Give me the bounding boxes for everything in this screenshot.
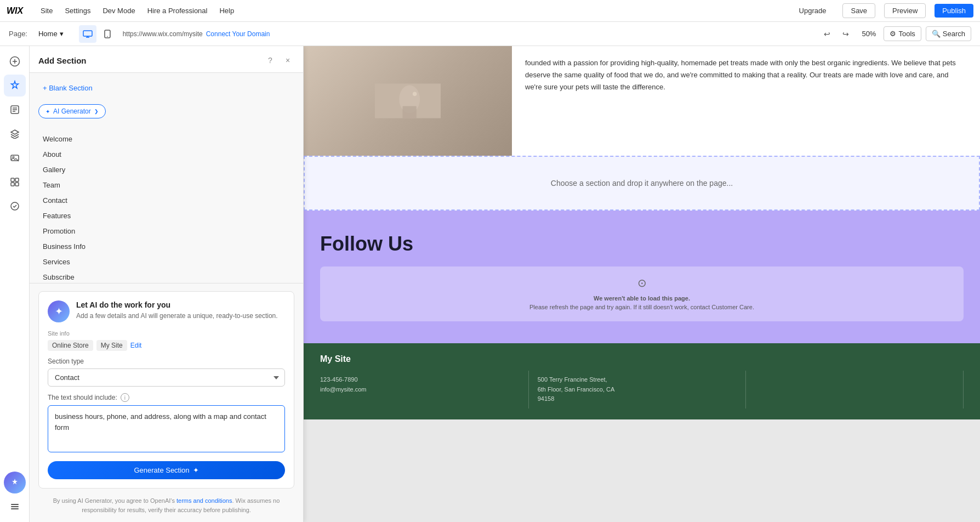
load-error-title: We weren't able to load this page.	[594, 295, 690, 302]
footer-address: 500 Terry Francine Street, 6th Floor, Sa…	[538, 375, 737, 404]
disclaimer-text: By using AI Generator, you agree to Open…	[38, 496, 294, 514]
upgrade-button[interactable]: Upgrade	[791, 4, 834, 18]
ai-chevron-icon: ❯	[94, 109, 99, 114]
ai-generator-label: AI Generator	[53, 107, 91, 115]
tools-button[interactable]: ⚙ Tools	[884, 26, 921, 41]
ai-panel-text: Let AI do the work for you Add a few det…	[76, 300, 278, 321]
zoom-level: 50%	[858, 30, 879, 38]
desktop-device-btn[interactable]	[79, 25, 96, 43]
mobile-device-btn[interactable]	[99, 25, 116, 43]
ai-generator-toggle[interactable]: ✦ AI Generator ❯	[38, 104, 106, 118]
footer-section: My Site 123-456-7890 info@mysite.com 500…	[304, 343, 980, 419]
help-button[interactable]: ?	[264, 54, 277, 67]
search-icon: 🔍	[932, 30, 941, 38]
section-item-services[interactable]: Services	[38, 254, 294, 269]
connect-domain-link[interactable]: Connect Your Domain	[206, 30, 270, 38]
site-info-tags: Online Store My Site Edit	[48, 340, 285, 351]
drop-zone[interactable]: Choose a section and drop it anywhere on…	[304, 156, 980, 211]
top-bar: WIX Site Settings Dev Mode Hire a Profes…	[0, 0, 980, 22]
pages-btn[interactable]	[4, 99, 26, 121]
search-label: Search	[943, 30, 965, 38]
nav-help[interactable]: Help	[214, 4, 240, 17]
section-item-subscribe[interactable]: Subscribe	[38, 270, 294, 283]
about-image	[304, 46, 512, 156]
ai-panel-title: Let AI do the work for you	[76, 300, 278, 309]
text-include-textarea[interactable]	[48, 405, 285, 452]
svg-rect-13	[11, 506, 19, 507]
section-item-contact[interactable]: Contact	[38, 193, 294, 208]
media-btn[interactable]	[4, 147, 26, 169]
section-item-about[interactable]: About	[38, 147, 294, 162]
tools-icon: ⚙	[890, 30, 896, 38]
nav-site[interactable]: Site	[35, 4, 58, 17]
nav-settings[interactable]: Settings	[59, 4, 96, 17]
panel-header: Add Section ? ×	[30, 46, 303, 73]
section-item-features[interactable]: Features	[38, 208, 294, 223]
site-tag-online-store: Online Store	[48, 340, 93, 351]
save-button[interactable]: Save	[842, 3, 875, 18]
follow-title: Follow Us	[320, 232, 964, 256]
svg-rect-14	[11, 508, 19, 509]
section-type-label: Section type	[48, 358, 285, 365]
url-text: https://www.wix.com/mysite	[123, 30, 203, 38]
site-info-label: Site info	[48, 330, 285, 337]
svg-point-18	[413, 92, 417, 97]
layers-btn[interactable]	[4, 123, 26, 145]
footer-col-phone: 123-456-7890 info@mysite.com	[320, 371, 529, 408]
close-button[interactable]: ×	[281, 54, 294, 67]
app-market-btn[interactable]	[4, 195, 26, 217]
nav-hire-professional[interactable]: Hire a Professional	[142, 4, 213, 17]
settings-panel-btn[interactable]	[4, 496, 26, 518]
undo-button[interactable]: ↩	[819, 26, 835, 42]
redo-button[interactable]: ↪	[837, 26, 854, 42]
info-icon[interactable]: i	[121, 393, 129, 402]
generate-section-button[interactable]: Generate Section ✦	[48, 461, 285, 479]
svg-point-6	[13, 156, 14, 158]
svg-rect-9	[11, 183, 14, 186]
canvas: founded with a passion for providing hig…	[304, 46, 980, 522]
search-button-secondbar[interactable]: 🔍 Search	[926, 26, 971, 41]
section-type-select[interactable]: Contact Welcome About Gallery Team Featu…	[48, 368, 285, 387]
section-item-business-info[interactable]: Business Info	[38, 239, 294, 254]
terms-link[interactable]: terms and conditions	[176, 497, 232, 504]
section-item-team[interactable]: Team	[38, 178, 294, 192]
page-selector[interactable]: Home ▾	[34, 27, 68, 40]
page-label: Page:	[9, 30, 27, 38]
nav-dev-mode[interactable]: Dev Mode	[97, 4, 140, 17]
generate-sparkle-icon: ✦	[193, 466, 199, 474]
ai-tools-btn[interactable]	[4, 75, 26, 97]
site-info-edit-link[interactable]: Edit	[130, 342, 142, 349]
about-paragraph: founded with a passion for providing hig…	[525, 57, 967, 93]
undo-redo-group: ↩ ↪	[819, 26, 854, 42]
follow-section: Follow Us ⊙ We weren't able to load this…	[304, 211, 980, 343]
site-info-row: Site info Online Store My Site Edit	[48, 330, 285, 351]
wix-logo-text: WIX	[7, 6, 23, 16]
text-include-group: The text should include: i	[48, 393, 285, 455]
load-error-icon: ⊙	[637, 276, 647, 290]
url-bar: https://www.wix.com/mysite Connect Your …	[123, 30, 813, 38]
ai-assistant-btn[interactable]	[4, 472, 26, 493]
components-btn[interactable]	[4, 171, 26, 193]
follow-content-placeholder: ⊙ We weren't able to load this page. Ple…	[320, 266, 964, 321]
preview-button[interactable]: Preview	[884, 3, 926, 18]
footer-phone: 123-456-7890	[320, 375, 520, 385]
footer-email: info@mysite.com	[320, 385, 520, 395]
section-item-gallery[interactable]: Gallery	[38, 162, 294, 177]
svg-rect-0	[83, 31, 92, 36]
tools-label: Tools	[898, 30, 915, 38]
svg-rect-17	[403, 106, 417, 118]
section-item-promotion[interactable]: Promotion	[38, 224, 294, 239]
add-section-btn[interactable]	[4, 50, 26, 72]
ai-generator-panel: ✦ Let AI do the work for you Add a few d…	[30, 283, 303, 522]
canvas-inner: founded with a passion for providing hig…	[304, 46, 980, 419]
generate-label: Generate Section	[134, 466, 189, 474]
load-error-body: Please refresh the page and try again. I…	[529, 304, 754, 310]
ai-star-icon: ✦	[45, 109, 50, 115]
blank-section-btn[interactable]: + Blank Section	[38, 81, 294, 95]
site-tag-my-site: My Site	[96, 340, 127, 351]
publish-button[interactable]: Publish	[935, 4, 973, 18]
section-item-welcome[interactable]: Welcome	[38, 132, 294, 146]
ai-panel-description: Add a few details and AI will generate a…	[76, 311, 278, 321]
left-sidebar	[0, 46, 30, 522]
ai-panel-top: ✦ Let AI do the work for you Add a few d…	[48, 300, 285, 322]
